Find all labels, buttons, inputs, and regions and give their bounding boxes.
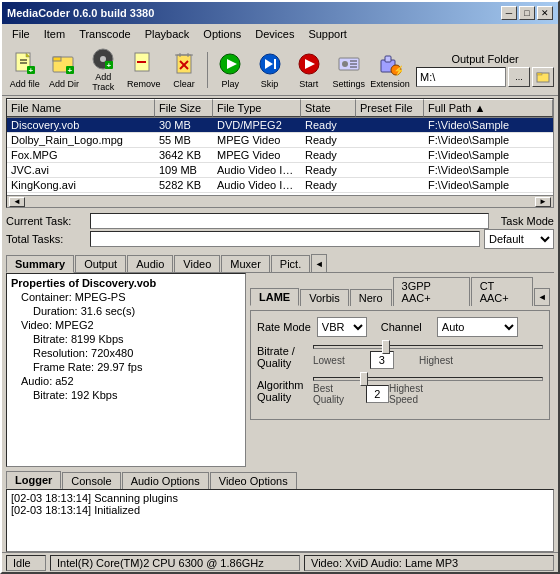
title-bar-buttons: ─ □ ✕ bbox=[501, 6, 553, 20]
title-bar: MediaCoder 0.6.0 build 3380 ─ □ ✕ bbox=[2, 2, 558, 24]
tab-muxer[interactable]: Muxer bbox=[221, 255, 270, 272]
close-button[interactable]: ✕ bbox=[537, 6, 553, 20]
tab-output[interactable]: Output bbox=[75, 255, 126, 272]
skip-button[interactable]: Skip bbox=[251, 47, 288, 93]
scroll-right-button[interactable]: ► bbox=[535, 197, 551, 207]
add-dir-icon: + bbox=[50, 50, 78, 78]
col-header-size[interactable]: File Size bbox=[155, 99, 213, 117]
cell-name: Fox.MPG bbox=[7, 148, 155, 162]
remove-icon bbox=[130, 50, 158, 78]
tab-audio[interactable]: Audio bbox=[127, 255, 173, 272]
channel-select[interactable]: Auto Stereo Mono Joint Stereo bbox=[437, 317, 518, 337]
table-row[interactable]: JVC.avi 109 MB Audio Video Interleave Re… bbox=[7, 163, 553, 178]
clear-button[interactable]: Clear bbox=[165, 47, 202, 93]
table-row[interactable]: Dolby_Rain_Logo.mpg 55 MB MPEG Video Rea… bbox=[7, 133, 553, 148]
lame-tab-prev[interactable]: ◄ bbox=[534, 288, 550, 306]
status-codec: Video: XviD Audio: Lame MP3 bbox=[304, 555, 554, 571]
cell-path: F:\Video\Sample bbox=[424, 178, 553, 192]
tab-video-options[interactable]: Video Options bbox=[210, 472, 297, 489]
menu-file[interactable]: File bbox=[6, 26, 36, 42]
cell-size: 3642 KB bbox=[155, 148, 213, 162]
add-track-button[interactable]: + Add Track bbox=[85, 47, 122, 93]
task-mode-select[interactable]: Default Sequential Parallel bbox=[484, 229, 554, 249]
output-folder-label: Output Folder bbox=[451, 53, 518, 65]
scroll-track bbox=[26, 198, 534, 206]
best-quality-label: Best Quality bbox=[313, 383, 366, 405]
tab-3gpp[interactable]: 3GPP AAC+ bbox=[393, 277, 470, 306]
right-panel: LAME Vorbis Nero 3GPP AAC+ CT AAC+ ◄ Rat… bbox=[246, 273, 554, 467]
svg-point-11 bbox=[100, 56, 106, 62]
menu-transcode[interactable]: Transcode bbox=[73, 26, 137, 42]
algorithm-slider-thumb[interactable] bbox=[360, 372, 368, 386]
bitrate-slider-thumb[interactable] bbox=[382, 340, 390, 354]
status-cpu: Intel(R) Core(TM)2 CPU 6300 @ 1.86GHz bbox=[50, 555, 300, 571]
cell-size: 109 MB bbox=[155, 163, 213, 177]
cell-preset bbox=[356, 154, 424, 156]
tab-console[interactable]: Console bbox=[62, 472, 120, 489]
clear-label: Clear bbox=[173, 79, 195, 89]
horizontal-scrollbar[interactable]: ◄ ► bbox=[7, 195, 553, 207]
svg-text:+: + bbox=[67, 66, 72, 75]
summary-title: Properties of Discovery.vob bbox=[9, 276, 243, 290]
tab-prev-arrow[interactable]: ◄ bbox=[311, 254, 327, 272]
tab-nero[interactable]: Nero bbox=[350, 289, 392, 306]
tab-ct-aac[interactable]: CT AAC+ bbox=[471, 277, 534, 306]
scroll-left-button[interactable]: ◄ bbox=[9, 197, 25, 207]
maximize-button[interactable]: □ bbox=[519, 6, 535, 20]
logger-area: Logger Console Audio Options Video Optio… bbox=[6, 467, 554, 552]
cell-state: Ready bbox=[301, 178, 356, 192]
tab-video[interactable]: Video bbox=[174, 255, 220, 272]
tab-pict[interactable]: Pict. bbox=[271, 255, 310, 272]
extension-button[interactable]: ⚡ Extension bbox=[370, 47, 410, 93]
settings-button[interactable]: Settings bbox=[330, 47, 369, 93]
col-header-state[interactable]: State bbox=[301, 99, 356, 117]
menu-playback[interactable]: Playback bbox=[139, 26, 196, 42]
col-header-name[interactable]: File Name bbox=[7, 99, 155, 117]
bitrate-slider-track[interactable] bbox=[313, 345, 543, 349]
col-header-path[interactable]: Full Path ▲ bbox=[424, 99, 553, 117]
cell-type: DVD/MPEG2 bbox=[213, 118, 301, 132]
remove-button[interactable]: Remove bbox=[124, 47, 164, 93]
tree-item: Video: MPEG2 bbox=[9, 318, 243, 332]
bitrate-slider-row: Bitrate / Quality Lowest 3 Highest bbox=[257, 345, 543, 369]
menu-support[interactable]: Support bbox=[302, 26, 353, 42]
skip-label: Skip bbox=[261, 79, 279, 89]
minimize-button[interactable]: ─ bbox=[501, 6, 517, 20]
bitrate-label: Bitrate / Quality bbox=[257, 345, 307, 369]
menu-options[interactable]: Options bbox=[197, 26, 247, 42]
folder-open-button[interactable] bbox=[532, 67, 554, 87]
cell-type: Audio Video Interleave bbox=[213, 163, 301, 177]
col-header-preset[interactable]: Preset File bbox=[356, 99, 424, 117]
cell-preset bbox=[356, 139, 424, 141]
play-button[interactable]: Play bbox=[212, 47, 249, 93]
main-window: MediaCoder 0.6.0 build 3380 ─ □ ✕ File I… bbox=[0, 0, 560, 574]
algorithm-value: 2 bbox=[366, 385, 389, 403]
tab-audio-options[interactable]: Audio Options bbox=[122, 472, 209, 489]
current-task-progress bbox=[90, 213, 489, 229]
algorithm-slider-track[interactable] bbox=[313, 377, 543, 381]
svg-point-30 bbox=[342, 61, 348, 67]
rate-mode-select[interactable]: VBR CBR ABR bbox=[317, 317, 367, 337]
svg-text:+: + bbox=[107, 61, 112, 70]
menu-devices[interactable]: Devices bbox=[249, 26, 300, 42]
tab-vorbis[interactable]: Vorbis bbox=[300, 289, 349, 306]
start-button[interactable]: Start bbox=[290, 47, 327, 93]
folder-icon bbox=[536, 70, 550, 84]
table-row[interactable]: Discovery.vob 30 MB DVD/MPEG2 Ready F:\V… bbox=[7, 118, 553, 133]
add-dir-button[interactable]: + Add Dir bbox=[45, 47, 82, 93]
tab-lame[interactable]: LAME bbox=[250, 288, 299, 306]
table-row[interactable]: KingKong.avi 5282 KB Audio Video Interle… bbox=[7, 178, 553, 193]
col-header-type[interactable]: File Type bbox=[213, 99, 301, 117]
tab-summary[interactable]: Summary bbox=[6, 255, 74, 273]
add-file-button[interactable]: + Add file bbox=[6, 47, 43, 93]
remove-label: Remove bbox=[127, 79, 161, 89]
cell-name: Dolby_Rain_Logo.mpg bbox=[7, 133, 155, 147]
browse-button[interactable]: ... bbox=[508, 67, 530, 87]
add-dir-label: Add Dir bbox=[49, 79, 79, 89]
table-row[interactable]: Fox.MPG 3642 KB MPEG Video Ready F:\Vide… bbox=[7, 148, 553, 163]
cell-type: MPEG Video bbox=[213, 133, 301, 147]
add-file-icon: + bbox=[11, 50, 39, 78]
tab-logger[interactable]: Logger bbox=[6, 471, 61, 489]
output-folder-input[interactable] bbox=[416, 67, 506, 87]
menu-item[interactable]: Item bbox=[38, 26, 71, 42]
